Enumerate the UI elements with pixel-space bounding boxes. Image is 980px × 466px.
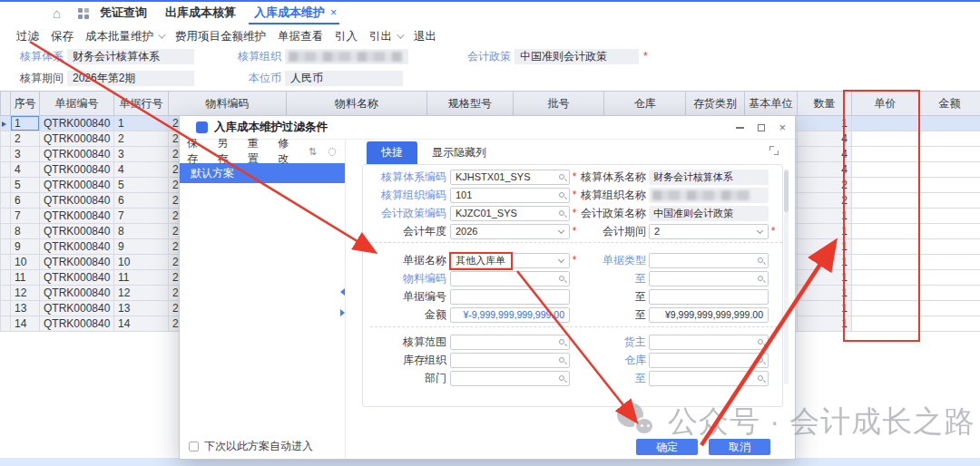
cell-doc-no[interactable]: QTRK000840 bbox=[40, 255, 114, 270]
cell-price[interactable] bbox=[852, 116, 919, 131]
cell-marker[interactable] bbox=[1, 116, 11, 131]
cell-line-no[interactable]: 3 bbox=[114, 147, 169, 162]
cell-marker[interactable] bbox=[1, 270, 11, 286]
cancel-button[interactable]: 取消 bbox=[709, 439, 770, 455]
cell-marker[interactable] bbox=[1, 178, 11, 193]
field-input[interactable] bbox=[649, 335, 769, 350]
field-input[interactable] bbox=[450, 353, 570, 368]
search-icon[interactable] bbox=[559, 174, 564, 180]
column-header-base-unit[interactable]: 基本单位 bbox=[745, 92, 798, 116]
home-icon[interactable]: ⌂ bbox=[53, 5, 61, 21]
search-icon[interactable] bbox=[559, 339, 564, 345]
cell-amount[interactable] bbox=[919, 147, 980, 162]
cell-seq[interactable]: 5 bbox=[11, 178, 40, 193]
cell-qty[interactable]: 1 bbox=[798, 286, 852, 301]
collapse-right-icon[interactable] bbox=[340, 309, 345, 316]
tab-voucher-query[interactable]: 凭证查询 bbox=[100, 2, 147, 24]
cell-qty[interactable]: 4 bbox=[798, 162, 852, 178]
cell-doc-no[interactable]: QTRK000840 bbox=[40, 286, 114, 301]
toolbar-exit-button[interactable]: 退出 bbox=[414, 29, 436, 44]
scheme-modify-button[interactable]: 修改 bbox=[278, 136, 296, 167]
cell-line-no[interactable]: 8 bbox=[114, 224, 169, 239]
field-input[interactable] bbox=[450, 289, 570, 305]
column-header-warehouse[interactable]: 仓库 bbox=[604, 92, 686, 116]
cell-seq[interactable]: 9 bbox=[11, 239, 40, 255]
cell-price[interactable] bbox=[852, 270, 919, 286]
sort-icon[interactable]: ⇅ bbox=[309, 146, 317, 158]
cell-price[interactable] bbox=[852, 131, 919, 147]
cell-price[interactable] bbox=[852, 162, 919, 178]
column-header-marker[interactable] bbox=[1, 92, 11, 116]
close-icon[interactable]: × bbox=[779, 121, 786, 133]
cell-qty[interactable]: 4 bbox=[798, 131, 852, 147]
tab-show-hide-columns[interactable]: 显示隐藏列 bbox=[432, 141, 486, 164]
cell-doc-no[interactable]: QTRK000840 bbox=[40, 131, 114, 147]
cell-price[interactable] bbox=[852, 286, 919, 301]
cell-amount[interactable] bbox=[919, 239, 980, 255]
column-header-line-no[interactable]: 单据行号 bbox=[114, 92, 169, 116]
cell-price[interactable] bbox=[852, 147, 919, 162]
cell-doc-no[interactable]: QTRK000840 bbox=[40, 178, 114, 193]
cell-marker[interactable] bbox=[1, 162, 11, 178]
cell-doc-no[interactable]: QTRK000840 bbox=[40, 162, 114, 178]
search-icon[interactable] bbox=[559, 375, 564, 381]
ok-button[interactable]: 确定 bbox=[636, 439, 698, 455]
toolbar-save-button[interactable]: 保存 bbox=[51, 29, 74, 44]
cell-line-no[interactable]: 14 bbox=[114, 316, 169, 332]
cell-marker[interactable] bbox=[1, 239, 11, 255]
cell-line-no[interactable]: 5 bbox=[114, 178, 169, 193]
cell-qty[interactable]: 1 bbox=[798, 116, 852, 131]
cell-qty[interactable]: 1 bbox=[798, 316, 852, 332]
scheme-save-button[interactable]: 保存 bbox=[187, 136, 205, 167]
cell-doc-no[interactable]: QTRK000840 bbox=[40, 316, 114, 332]
cell-marker[interactable] bbox=[1, 255, 11, 270]
cell-qty[interactable]: 2 bbox=[798, 178, 852, 193]
search-icon[interactable] bbox=[758, 257, 763, 263]
cell-doc-no[interactable]: QTRK000840 bbox=[40, 239, 114, 255]
field-input[interactable] bbox=[649, 253, 769, 268]
expand-icon[interactable] bbox=[769, 146, 779, 155]
cell-amount[interactable] bbox=[919, 131, 980, 147]
cell-qty[interactable]: 1 bbox=[798, 301, 852, 316]
cell-seq[interactable]: 7 bbox=[11, 209, 40, 224]
cell-doc-no[interactable]: QTRK000840 bbox=[40, 301, 114, 316]
field-input[interactable]: ¥9,999,999,999,999.00 bbox=[649, 307, 769, 323]
toolbar-import-button[interactable]: 引入 bbox=[335, 29, 358, 44]
cell-seq[interactable]: 10 bbox=[11, 255, 40, 270]
search-icon[interactable] bbox=[758, 375, 763, 381]
field-input[interactable] bbox=[450, 371, 570, 386]
field-input[interactable]: ¥-9,999,999,999,999.00 bbox=[450, 307, 570, 323]
cell-price[interactable] bbox=[852, 255, 919, 270]
cell-seq[interactable]: 6 bbox=[11, 193, 40, 209]
cell-seq[interactable]: 14 bbox=[11, 316, 40, 332]
column-header-material-name[interactable]: 物料名称 bbox=[287, 92, 427, 116]
cell-qty[interactable]: 1 bbox=[798, 224, 852, 239]
cell-amount[interactable] bbox=[919, 286, 980, 301]
cell-price[interactable] bbox=[852, 209, 919, 224]
column-header-seq[interactable]: 序号 bbox=[11, 92, 40, 116]
cell-doc-no[interactable]: QTRK000840 bbox=[40, 224, 114, 239]
cell-line-no[interactable]: 10 bbox=[114, 255, 169, 270]
toolbar-view-doc-button[interactable]: 单据查看 bbox=[278, 29, 323, 44]
cell-amount[interactable] bbox=[919, 116, 980, 131]
search-icon[interactable] bbox=[559, 276, 564, 281]
search-icon[interactable] bbox=[758, 276, 763, 281]
toolbar-expense-amount-button[interactable]: 费用项目金额维护 bbox=[175, 29, 266, 44]
field-input[interactable]: KJHSTX01_SYS bbox=[450, 170, 570, 185]
field-input[interactable] bbox=[649, 289, 769, 305]
cell-amount[interactable] bbox=[919, 316, 980, 332]
scheme-reset-button[interactable]: 重置 bbox=[248, 136, 266, 167]
checkbox[interactable] bbox=[189, 442, 199, 451]
maximize-icon[interactable] bbox=[758, 124, 765, 131]
cell-qty[interactable]: 1 bbox=[798, 209, 852, 224]
cell-seq[interactable]: 2 bbox=[11, 131, 40, 147]
cell-price[interactable] bbox=[852, 301, 919, 316]
cell-seq[interactable]: 11 bbox=[11, 270, 40, 286]
cell-amount[interactable] bbox=[919, 270, 980, 286]
chevron-down-icon[interactable] bbox=[558, 257, 564, 263]
cell-seq[interactable]: 8 bbox=[11, 224, 40, 239]
field-input[interactable]: KJZC01_SYS bbox=[450, 206, 570, 221]
cell-price[interactable] bbox=[852, 193, 919, 209]
gear-icon[interactable] bbox=[328, 148, 336, 156]
column-header-inventory-type[interactable]: 存货类别 bbox=[686, 92, 745, 116]
